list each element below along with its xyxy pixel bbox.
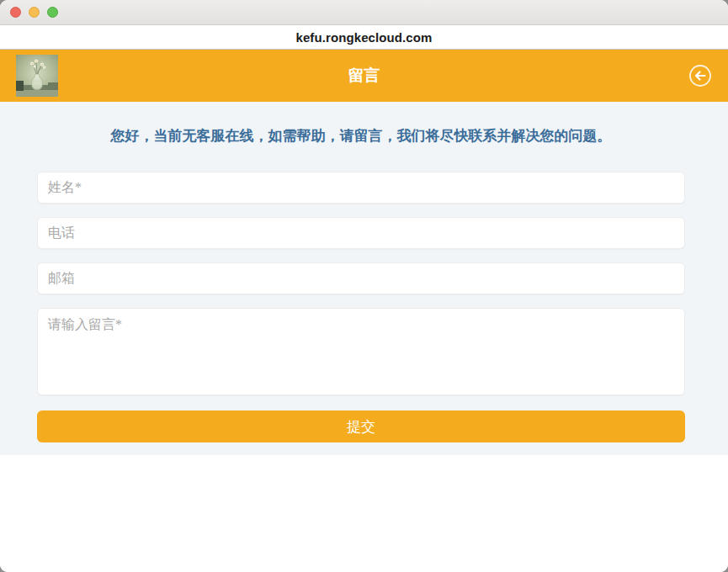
email-input[interactable] xyxy=(37,262,685,294)
browser-window: kefu.rongkecloud.com xyxy=(0,0,728,572)
leave-message-panel: 您好，当前无客服在线，如需帮助，请留言，我们将尽快联系并解决您的问题。 提交 xyxy=(0,102,728,455)
page-blank-area xyxy=(0,455,728,572)
name-input[interactable] xyxy=(37,172,685,204)
minimize-window-button[interactable] xyxy=(29,7,40,18)
agent-avatar xyxy=(16,55,58,97)
vase-flowers-image xyxy=(16,55,58,97)
url-text: kefu.rongkecloud.com xyxy=(295,30,432,45)
message-textarea[interactable] xyxy=(37,308,685,395)
back-button[interactable] xyxy=(688,63,713,88)
submit-button[interactable]: 提交 xyxy=(37,410,685,442)
traffic-lights xyxy=(10,7,58,18)
offline-notice-text: 您好，当前无客服在线，如需帮助，请留言，我们将尽快联系并解决您的问题。 xyxy=(37,127,685,146)
zoom-window-button[interactable] xyxy=(47,7,58,18)
url-bar[interactable]: kefu.rongkecloud.com xyxy=(0,25,728,50)
page-title: 留言 xyxy=(0,65,728,87)
app-header: 留言 xyxy=(0,50,728,102)
phone-input[interactable] xyxy=(37,217,685,249)
circled-left-arrow-icon xyxy=(688,63,713,88)
close-window-button[interactable] xyxy=(10,7,21,18)
leave-message-form: 提交 xyxy=(37,172,685,442)
titlebar xyxy=(0,0,728,25)
